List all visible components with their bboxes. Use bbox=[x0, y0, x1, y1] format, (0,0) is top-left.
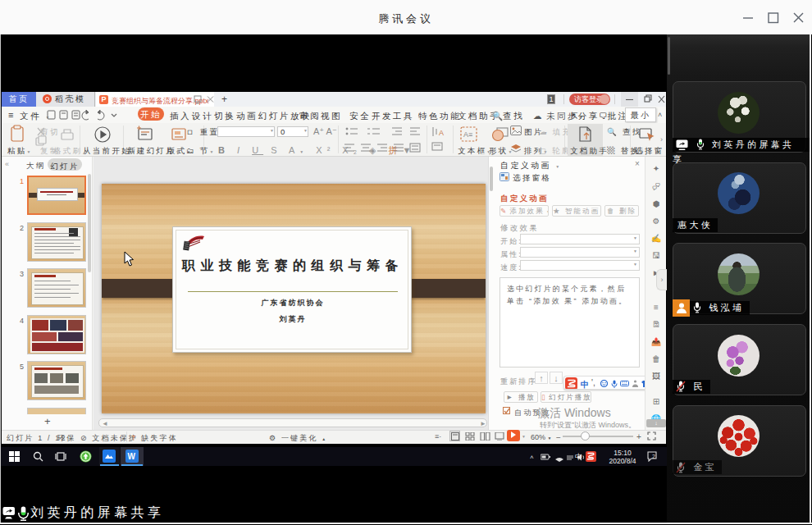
svg-text:A≡: A≡ bbox=[463, 130, 472, 139]
svg-text:A: A bbox=[439, 129, 444, 137]
svg-text:2: 2 bbox=[652, 454, 655, 459]
svg-text:W: W bbox=[128, 452, 136, 461]
